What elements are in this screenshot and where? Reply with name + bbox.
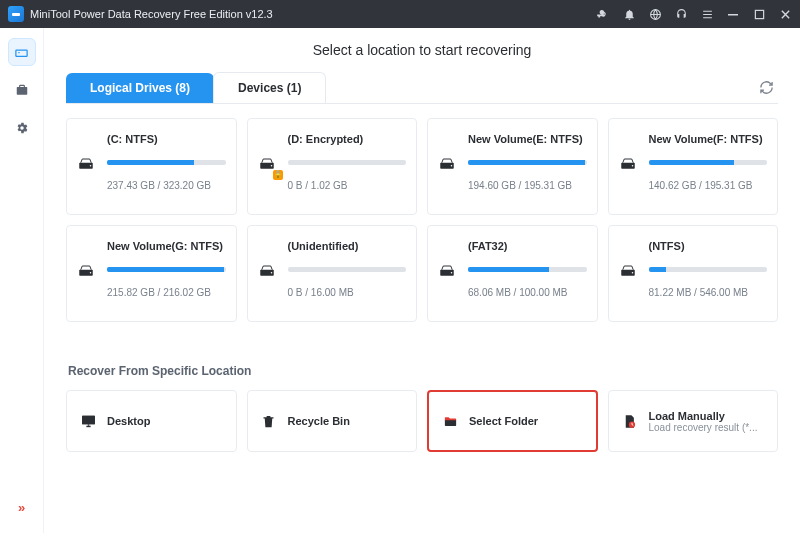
upgrade-key-icon[interactable] <box>596 7 610 21</box>
drive-usage-bar <box>107 160 226 165</box>
drive-usage-bar <box>649 160 768 165</box>
drives-grid: (C: NTFS)237.43 GB / 323.20 GB (D: Encry… <box>66 118 778 328</box>
drive-name: New Volume(F: NTFS) <box>649 133 768 154</box>
maximize-button[interactable] <box>752 7 766 21</box>
drive-card[interactable]: New Volume(F: NTFS)140.62 GB / 195.31 GB <box>608 118 779 215</box>
titlebar: MiniTool Power Data Recovery Free Editio… <box>0 0 800 28</box>
location-label: Select Folder <box>469 415 538 427</box>
drive-size: 194.60 GB / 195.31 GB <box>468 180 587 200</box>
svg-rect-21 <box>82 415 95 424</box>
drive-size: 68.06 MB / 100.00 MB <box>468 287 587 307</box>
locations-grid: Desktop Recycle Bin Select Folder Lo <box>66 390 778 452</box>
drive-size: 81.22 MB / 546.00 MB <box>649 287 768 307</box>
drive-card[interactable]: (D: Encrypted)0 B / 1.02 GB <box>247 118 418 215</box>
main-panel: Select a location to start recovering Lo… <box>44 28 800 533</box>
drive-size: 215.82 GB / 216.02 GB <box>107 287 226 307</box>
folder-icon <box>441 412 459 430</box>
sidebar-item-recovery[interactable] <box>8 38 36 66</box>
location-label: Recycle Bin <box>288 415 350 427</box>
drive-usage-bar <box>288 267 407 272</box>
sidebar: » <box>0 28 44 533</box>
refresh-button[interactable] <box>754 76 778 100</box>
svg-point-6 <box>90 165 92 167</box>
drive-card[interactable]: New Volume(E: NTFS)194.60 GB / 195.31 GB <box>427 118 598 215</box>
trash-icon <box>260 412 278 430</box>
app-title: MiniTool Power Data Recovery Free Editio… <box>30 8 273 20</box>
drive-size: 237.43 GB / 323.20 GB <box>107 180 226 200</box>
drive-card[interactable]: (NTFS)81.22 MB / 546.00 MB <box>608 225 779 322</box>
svg-point-10 <box>451 165 453 167</box>
location-desktop[interactable]: Desktop <box>66 390 237 452</box>
svg-point-8 <box>270 165 272 167</box>
menu-hamburger-icon[interactable] <box>700 7 714 21</box>
location-label: Desktop <box>107 415 150 427</box>
svg-point-20 <box>631 272 633 274</box>
drive-card[interactable]: (FAT32)68.06 MB / 100.00 MB <box>427 225 598 322</box>
drive-size: 0 B / 16.00 MB <box>288 287 407 307</box>
svg-point-14 <box>90 272 92 274</box>
hdd-icon <box>77 263 99 285</box>
support-headset-icon[interactable] <box>674 7 688 21</box>
hdd-icon <box>619 263 641 285</box>
drive-name: (NTFS) <box>649 240 768 261</box>
svg-rect-23 <box>87 424 88 425</box>
drive-usage-bar <box>107 267 226 272</box>
location-select-folder[interactable]: Select Folder <box>427 390 598 452</box>
tab-devices[interactable]: Devices (1) <box>213 72 326 103</box>
location-recycle-bin[interactable]: Recycle Bin <box>247 390 418 452</box>
tabs-row: Logical Drives (8) Devices (1) <box>66 72 778 104</box>
document-load-icon <box>621 412 639 430</box>
section-title: Recover From Specific Location <box>68 364 778 378</box>
svg-point-12 <box>631 165 633 167</box>
svg-rect-2 <box>728 14 738 16</box>
drive-name: (FAT32) <box>468 240 587 261</box>
drive-card[interactable]: New Volume(G: NTFS)215.82 GB / 216.02 GB <box>66 225 237 322</box>
location-sublabel: Load recovery result (*... <box>649 422 758 433</box>
bell-icon[interactable] <box>622 7 636 21</box>
page-title: Select a location to start recovering <box>66 42 778 58</box>
minimize-button[interactable] <box>726 7 740 21</box>
hdd-icon <box>258 156 280 178</box>
drive-name: (C: NTFS) <box>107 133 226 154</box>
hdd-icon <box>77 156 99 178</box>
hdd-icon <box>619 156 641 178</box>
drive-usage-bar <box>649 267 768 272</box>
drive-name: New Volume(G: NTFS) <box>107 240 226 261</box>
drive-size: 140.62 GB / 195.31 GB <box>649 180 768 200</box>
svg-point-16 <box>270 272 272 274</box>
svg-rect-0 <box>12 13 20 16</box>
hdd-icon <box>438 263 460 285</box>
hdd-icon <box>438 156 460 178</box>
drive-name: (Unidentified) <box>288 240 407 261</box>
drive-usage-bar <box>468 267 587 272</box>
svg-rect-22 <box>86 425 90 426</box>
drive-card[interactable]: (Unidentified)0 B / 16.00 MB <box>247 225 418 322</box>
svg-rect-4 <box>16 50 27 56</box>
drive-usage-bar <box>288 160 407 165</box>
sidebar-collapse-button[interactable]: » <box>8 493 36 521</box>
sidebar-item-tools[interactable] <box>8 76 36 104</box>
location-label: Load Manually <box>649 410 758 422</box>
location-load-manually[interactable]: Load Manually Load recovery result (*... <box>608 390 779 452</box>
drive-usage-bar <box>468 160 587 165</box>
drive-card[interactable]: (C: NTFS)237.43 GB / 323.20 GB <box>66 118 237 215</box>
globe-icon[interactable] <box>648 7 662 21</box>
svg-rect-3 <box>755 10 763 18</box>
drive-name: (D: Encrypted) <box>288 133 407 154</box>
svg-point-18 <box>451 272 453 274</box>
drive-name: New Volume(E: NTFS) <box>468 133 587 154</box>
close-button[interactable] <box>778 7 792 21</box>
drive-size: 0 B / 1.02 GB <box>288 180 407 200</box>
sidebar-item-settings[interactable] <box>8 114 36 142</box>
desktop-icon <box>79 412 97 430</box>
hdd-icon <box>258 263 280 285</box>
app-logo-icon <box>8 6 24 22</box>
tab-logical-drives[interactable]: Logical Drives (8) <box>66 73 214 103</box>
